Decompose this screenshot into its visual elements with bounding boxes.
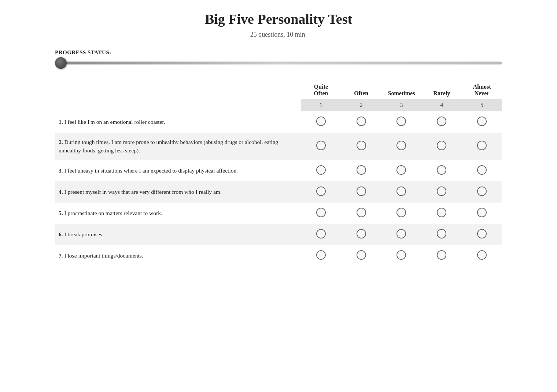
radio-q7-c1[interactable]: [316, 250, 326, 260]
radio-q3-c3[interactable]: [396, 165, 406, 175]
radio-cell-q1-c3[interactable]: [381, 111, 422, 133]
radio-cell-q3-c2[interactable]: [341, 160, 381, 181]
table-row: 3. I feel uneasy in situations where I a…: [55, 160, 502, 181]
number-1: 1: [301, 99, 341, 111]
radio-q2-c3[interactable]: [396, 141, 406, 150]
table-row: 7. I lose important things/documents.: [55, 245, 502, 266]
radio-cell-q4-c4[interactable]: [421, 181, 462, 203]
th-sometimes: Sometimes: [381, 81, 422, 99]
question-cell-1: 1. I feel like I'm on an emotional rolle…: [55, 111, 301, 133]
radio-cell-q4-c3[interactable]: [381, 181, 422, 203]
progress-bar-container[interactable]: [55, 59, 502, 67]
radio-cell-q6-c5[interactable]: [462, 224, 502, 245]
radio-q1-c2[interactable]: [357, 117, 366, 126]
radio-cell-q4-c5[interactable]: [462, 181, 502, 203]
radio-q7-c3[interactable]: [396, 250, 406, 260]
radio-q1-c1[interactable]: [316, 117, 326, 126]
th-often: Often: [341, 81, 381, 99]
radio-cell-q2-c5[interactable]: [462, 133, 502, 160]
number-row: 1 2 3 4 5: [55, 99, 502, 111]
radio-cell-q1-c5[interactable]: [462, 111, 502, 133]
radio-q2-c5[interactable]: [477, 141, 487, 150]
radio-q4-c1[interactable]: [316, 186, 326, 196]
radio-q6-c1[interactable]: [316, 229, 326, 238]
radio-cell-q2-c4[interactable]: [421, 133, 462, 160]
radio-cell-q6-c3[interactable]: [381, 224, 422, 245]
radio-q4-c4[interactable]: [437, 186, 446, 196]
radio-q6-c3[interactable]: [396, 229, 406, 238]
radio-cell-q5-c5[interactable]: [462, 203, 502, 224]
radio-q5-c1[interactable]: [316, 208, 326, 217]
radio-cell-q3-c1[interactable]: [301, 160, 341, 181]
radio-cell-q7-c1[interactable]: [301, 245, 341, 266]
radio-cell-q3-c4[interactable]: [421, 160, 462, 181]
radio-q1-c5[interactable]: [477, 117, 487, 126]
radio-q3-c2[interactable]: [357, 165, 366, 175]
question-num: 1.: [59, 119, 63, 125]
number-row-spacer: [55, 99, 301, 111]
radio-q1-c4[interactable]: [437, 117, 446, 126]
question-num: 7.: [59, 252, 63, 259]
th-question: [55, 81, 301, 99]
radio-cell-q5-c3[interactable]: [381, 203, 422, 224]
th-almost-never: AlmostNever: [462, 81, 502, 99]
number-4: 4: [421, 99, 462, 111]
page-title: Big Five Personality Test: [55, 11, 502, 27]
radio-q5-c5[interactable]: [477, 208, 487, 217]
number-2: 2: [341, 99, 381, 111]
th-rarely: Rarely: [421, 81, 462, 99]
radio-cell-q5-c1[interactable]: [301, 203, 341, 224]
radio-q3-c1[interactable]: [316, 165, 326, 175]
radio-cell-q7-c2[interactable]: [341, 245, 381, 266]
radio-q3-c5[interactable]: [477, 165, 487, 175]
radio-q6-c4[interactable]: [437, 229, 446, 238]
radio-cell-q6-c1[interactable]: [301, 224, 341, 245]
radio-cell-q2-c3[interactable]: [381, 133, 422, 160]
table-row: 6. I break promises.: [55, 224, 502, 245]
radio-q4-c5[interactable]: [477, 186, 487, 196]
radio-q1-c3[interactable]: [396, 117, 406, 126]
radio-q4-c2[interactable]: [357, 186, 366, 196]
radio-cell-q3-c5[interactable]: [462, 160, 502, 181]
radio-cell-q4-c1[interactable]: [301, 181, 341, 203]
progress-track: [55, 62, 502, 64]
radio-cell-q6-c4[interactable]: [421, 224, 462, 245]
radio-cell-q5-c4[interactable]: [421, 203, 462, 224]
radio-q3-c4[interactable]: [437, 165, 446, 175]
radio-q6-c2[interactable]: [357, 229, 366, 238]
radio-cell-q1-c2[interactable]: [341, 111, 381, 133]
question-num: 5.: [59, 210, 63, 216]
radio-cell-q2-c2[interactable]: [341, 133, 381, 160]
table-header-row: QuiteOften Often Sometimes Rarely Almost…: [55, 81, 502, 99]
question-cell-2: 2. During tough times, I am more prone t…: [55, 133, 301, 160]
radio-q2-c1[interactable]: [316, 141, 326, 150]
radio-q7-c4[interactable]: [437, 250, 446, 260]
progress-thumb[interactable]: [55, 57, 67, 69]
question-num: 2.: [59, 139, 63, 145]
question-num: 4.: [59, 189, 63, 195]
radio-cell-q7-c3[interactable]: [381, 245, 422, 266]
radio-cell-q4-c2[interactable]: [341, 181, 381, 203]
radio-q5-c2[interactable]: [357, 208, 366, 217]
radio-cell-q5-c2[interactable]: [341, 203, 381, 224]
radio-cell-q6-c2[interactable]: [341, 224, 381, 245]
radio-q6-c5[interactable]: [477, 229, 487, 238]
radio-q4-c3[interactable]: [396, 186, 406, 196]
progress-section: PROGRESS STATUS:: [55, 49, 502, 67]
radio-cell-q1-c4[interactable]: [421, 111, 462, 133]
radio-q5-c4[interactable]: [437, 208, 446, 217]
table-row: 5. I procrastinate on matters relevant t…: [55, 203, 502, 224]
radio-q2-c4[interactable]: [437, 141, 446, 150]
table-row: 1. I feel like I'm on an emotional rolle…: [55, 111, 502, 133]
radio-q7-c5[interactable]: [477, 250, 487, 260]
radio-q2-c2[interactable]: [357, 141, 366, 150]
radio-q5-c3[interactable]: [396, 208, 406, 217]
radio-cell-q7-c5[interactable]: [462, 245, 502, 266]
radio-cell-q1-c1[interactable]: [301, 111, 341, 133]
radio-q7-c2[interactable]: [357, 250, 366, 260]
radio-cell-q2-c1[interactable]: [301, 133, 341, 160]
radio-cell-q7-c4[interactable]: [421, 245, 462, 266]
radio-cell-q3-c3[interactable]: [381, 160, 422, 181]
progress-label: PROGRESS STATUS:: [55, 49, 502, 56]
question-num: 3.: [59, 167, 63, 174]
